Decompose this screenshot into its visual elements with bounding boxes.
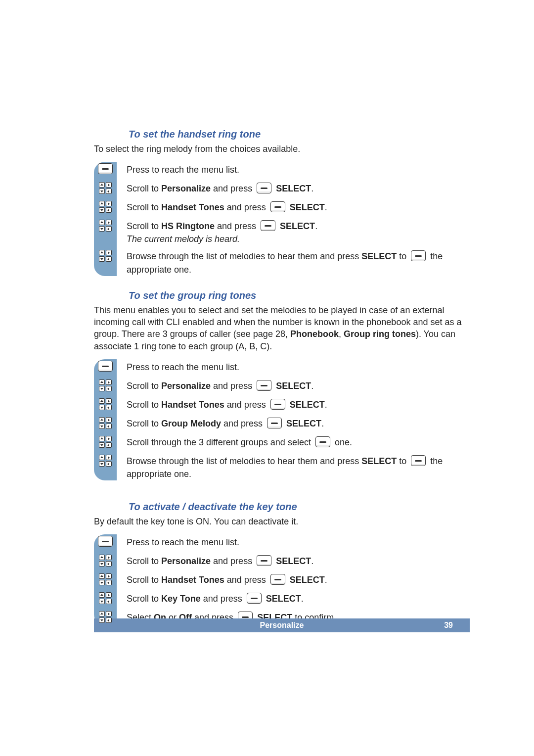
step-text: Scroll to Handset Tones and press SELECT…: [127, 572, 470, 586]
step-note: The current melody is heard.: [127, 233, 470, 245]
step-text: Press to reach the menu list.: [127, 359, 470, 374]
navigation-keys-icon: [99, 592, 112, 604]
step-row: Scroll to Handset Tones and press SELECT…: [94, 572, 470, 588]
step-row: Press to reach the menu list.: [94, 534, 470, 550]
select-button-icon: [257, 183, 271, 193]
section1-intro: To select the ring melody from the choic…: [94, 143, 470, 155]
navigation-keys-icon: [99, 250, 112, 262]
step-row: Scroll to Personalize and press SELECT.: [94, 378, 470, 394]
section-heading-2: To set the group ring tones: [129, 290, 470, 301]
section3-intro: By default the key tone is ON. You can d…: [94, 516, 470, 527]
section-heading-1: To set the handset ring tone: [129, 129, 470, 140]
step-text: Browse through the list of melodies to h…: [127, 248, 470, 276]
section2-intro: This menu enables you to select and set …: [94, 304, 470, 352]
navigation-keys-icon: [99, 555, 112, 567]
navigation-keys-icon: [99, 417, 112, 429]
step-text: Scroll to Personalize and press SELECT.: [127, 378, 470, 392]
menu-button-icon: [98, 163, 113, 174]
footer-page-number: 39: [444, 621, 453, 630]
step-icon: [94, 218, 117, 232]
step-icon: [94, 248, 117, 262]
select-button-icon: [257, 380, 271, 391]
navigation-keys-icon: [99, 455, 112, 467]
navigation-keys-icon: [99, 436, 112, 448]
step-row: Browse through the list of melodies to h…: [94, 453, 470, 480]
steps-container-2: Press to reach the menu list.Scroll to P…: [94, 359, 470, 480]
steps-block-3: Press to reach the menu list.Scroll to P…: [94, 534, 470, 625]
step-icon: [94, 453, 117, 467]
select-button-icon: [270, 201, 285, 212]
step-text: Scroll to Group Melody and press SELECT.: [127, 416, 470, 430]
step-row: Scroll to HS Ringtone and press SELECT.T…: [94, 218, 470, 245]
select-button-icon: [270, 574, 285, 585]
step-row: Scroll to Key Tone and press SELECT.: [94, 591, 470, 607]
step-row: Scroll to Personalize and press SELECT.: [94, 553, 470, 569]
navigation-keys-icon: [99, 201, 112, 213]
step-icon: [94, 416, 117, 429]
navigation-keys-icon: [99, 611, 112, 623]
step-row: Scroll to Personalize and press SELECT.: [94, 181, 470, 196]
step-icon: [94, 199, 117, 213]
step-icon: [94, 378, 117, 391]
select-button-icon: [315, 436, 330, 447]
step-icon: [94, 553, 117, 567]
navigation-keys-icon: [99, 573, 112, 585]
navigation-keys-icon: [99, 182, 112, 194]
step-text: Scroll to HS Ringtone and press SELECT.T…: [127, 218, 470, 245]
page-footer: Personalize 39: [94, 618, 470, 632]
step-row: Scroll to Handset Tones and press SELECT…: [94, 397, 470, 413]
select-button-icon: [270, 399, 285, 410]
step-text: Scroll to Personalize and press SELECT.: [127, 553, 470, 567]
menu-button-icon: [98, 361, 113, 372]
step-row: Browse through the list of melodies to h…: [94, 248, 470, 276]
step-row: Press to reach the menu list.: [94, 359, 470, 375]
step-icon: [94, 181, 117, 194]
step-row: Scroll to Handset Tones and press SELECT…: [94, 199, 470, 215]
step-text: Scroll to Handset Tones and press SELECT…: [127, 397, 470, 411]
step-text: Press to reach the menu list.: [127, 534, 470, 549]
select-button-icon: [257, 555, 271, 566]
step-text: Press to reach the menu list.: [127, 162, 470, 176]
step-icon: [94, 572, 117, 585]
navigation-keys-icon: [99, 220, 112, 232]
intro2-sep: ,: [339, 329, 344, 339]
step-icon: [94, 397, 117, 410]
section-heading-3: To activate / deactivate the key tone: [129, 501, 470, 513]
step-icon: [94, 162, 117, 174]
step-icon: [94, 359, 117, 372]
step-text: Browse through the list of melodies to h…: [127, 453, 470, 480]
step-text: Scroll through the 3 different groups an…: [127, 434, 470, 449]
footer-label: Personalize: [260, 621, 304, 630]
intro2-b2: Group ring tones: [344, 329, 416, 339]
select-button-icon: [261, 220, 275, 231]
steps-block-1: Press to reach the menu list.Scroll to P…: [94, 162, 470, 276]
step-icon: [94, 434, 117, 448]
select-button-icon: [267, 418, 282, 428]
step-text: Scroll to Key Tone and press SELECT.: [127, 591, 470, 605]
step-row: Scroll through the 3 different groups an…: [94, 434, 470, 450]
steps-container-3: Press to reach the menu list.Scroll to P…: [94, 534, 470, 625]
manual-page: To set the handset ring tone To select t…: [0, 0, 534, 625]
navigation-keys-icon: [99, 398, 112, 410]
select-button-icon: [411, 250, 426, 261]
step-text: Scroll to Personalize and press SELECT.: [127, 181, 470, 195]
steps-block-2: Press to reach the menu list.Scroll to P…: [94, 359, 470, 480]
step-row: Press to reach the menu list.: [94, 162, 470, 178]
menu-button-icon: [98, 536, 113, 547]
intro2-b1: Phonebook: [290, 329, 339, 339]
navigation-keys-icon: [99, 379, 112, 391]
select-button-icon: [247, 593, 262, 604]
step-icon: [94, 591, 117, 604]
step-icon: [94, 534, 117, 547]
steps-container-1: Press to reach the menu list.Scroll to P…: [94, 162, 470, 276]
step-icon: [94, 610, 117, 623]
step-text: Scroll to Handset Tones and press SELECT…: [127, 199, 470, 214]
step-row: Scroll to Group Melody and press SELECT.: [94, 416, 470, 431]
select-button-icon: [411, 455, 426, 466]
